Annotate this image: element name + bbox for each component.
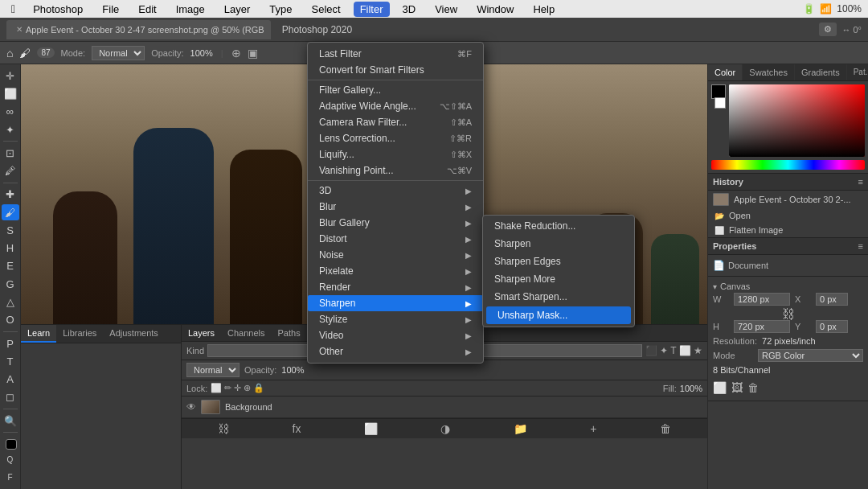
tool-eraser[interactable]: E	[2, 258, 19, 274]
tool-text[interactable]: T	[2, 353, 19, 369]
tool-move[interactable]: ✛	[2, 68, 19, 84]
tool-brush[interactable]: 🖌	[2, 204, 19, 220]
document-tab-close[interactable]: ✕	[16, 25, 23, 34]
menu-item-photoshop[interactable]: Photoshop	[27, 2, 89, 17]
menu-item-layer[interactable]: Layer	[218, 2, 257, 17]
tool-history-brush[interactable]: H	[2, 240, 19, 257]
menu-item-file[interactable]: File	[96, 2, 125, 17]
tab-color[interactable]: Color	[708, 64, 743, 80]
canvas-icon-2[interactable]: 🖼	[731, 381, 743, 394]
lock-transparent-icon[interactable]: ⬜	[211, 383, 222, 393]
layer-visibility-icon[interactable]: 👁	[186, 401, 196, 413]
resolution-label: Resolution:	[713, 336, 757, 346]
canvas-icon-3[interactable]: 🗑	[747, 381, 759, 394]
resolution-value: 72 pixels/inch	[762, 336, 816, 346]
tab-layers[interactable]: Layers	[182, 325, 221, 341]
layer-fx-icon[interactable]: fx	[293, 422, 301, 435]
canvas-icon-1[interactable]: ⬜	[713, 381, 727, 394]
document-row: 📄 Document	[713, 258, 863, 273]
blend-mode-select[interactable]: Normal	[92, 46, 145, 60]
tool-zoom[interactable]: 🔍	[2, 413, 19, 429]
options-sep: |	[221, 48, 223, 58]
battery-icon: 🔋	[803, 3, 815, 14]
color-pickers-row	[711, 84, 865, 157]
arrange-button[interactable]: ⚙	[819, 23, 837, 36]
lock-position-icon[interactable]: ✛	[234, 383, 241, 393]
properties-panel: Properties ≡ 📄 Document ▾ Canvas W X	[708, 238, 868, 489]
tool-dodge[interactable]: O	[2, 312, 19, 328]
menu-item-view[interactable]: View	[428, 2, 464, 17]
layers-search-input[interactable]	[207, 344, 642, 357]
menu-item-help[interactable]: Help	[526, 2, 561, 17]
canvas-label: Canvas	[720, 281, 750, 291]
tool-path-select[interactable]: A	[2, 372, 19, 388]
x-input[interactable]	[816, 293, 848, 306]
tool-crop[interactable]: ⊡	[2, 145, 19, 161]
tool-lasso[interactable]: ∞	[2, 104, 19, 120]
rotation-value: ↔ 0°	[841, 25, 862, 35]
clock: 100%	[837, 3, 862, 14]
layer-folder-icon[interactable]: 📁	[514, 422, 527, 435]
history-menu-icon[interactable]: ≡	[858, 177, 863, 187]
tool-marquee[interactable]: ⬜	[2, 85, 19, 101]
layer-delete-icon[interactable]: 🗑	[660, 422, 671, 435]
tool-edit-quick[interactable]: Q	[2, 451, 19, 467]
menu-item-select[interactable]: Select	[305, 2, 347, 17]
tab-gradients[interactable]: Gradients	[795, 64, 847, 80]
tab-paths-color[interactable]: Pat..	[847, 64, 868, 80]
tool-screen-mode[interactable]: F	[2, 470, 19, 486]
layers-filter-icons[interactable]: ⬛ ✦ T ⬜ ★	[645, 345, 702, 356]
tool-pen[interactable]: P	[2, 335, 19, 351]
mode-row: Mode RGB Color	[713, 349, 863, 362]
tool-shape[interactable]: ◻	[2, 389, 19, 405]
layer-mask-icon[interactable]: ⬜	[364, 422, 378, 435]
menu-item-filter[interactable]: Filter	[354, 2, 390, 17]
menu-item-edit[interactable]: Edit	[132, 2, 162, 17]
tab-libraries[interactable]: Libraries	[56, 325, 103, 343]
tab-channels[interactable]: Channels	[221, 325, 271, 341]
canvas-toggle-row[interactable]: ▾ Canvas	[713, 280, 863, 293]
lock-pixels-icon[interactable]: ✏	[224, 383, 231, 393]
tab-paths[interactable]: Paths	[272, 325, 307, 341]
width-input[interactable]	[734, 293, 790, 306]
properties-menu-icon[interactable]: ≡	[858, 241, 863, 251]
layer-blend-select[interactable]: Normal	[186, 363, 240, 377]
menu-item-window[interactable]: Window	[470, 2, 520, 17]
layer-adjust-icon[interactable]: ◑	[440, 422, 450, 435]
y-input[interactable]	[816, 320, 848, 333]
tool-eyedrop[interactable]: 🖉	[2, 162, 19, 179]
tab-adjustments[interactable]: Adjustments	[103, 325, 165, 343]
options-more-icon[interactable]: ⊕	[231, 47, 241, 60]
mode-select[interactable]: RGB Color	[758, 349, 863, 362]
apple-icon[interactable]: 	[6, 2, 20, 15]
tab-swatches[interactable]: Swatches	[743, 64, 795, 80]
menu-item-type[interactable]: Type	[263, 2, 298, 17]
menu-item-image[interactable]: Image	[170, 2, 211, 17]
background-color-swatch[interactable]	[714, 97, 726, 109]
tool-heal[interactable]: ✚	[2, 187, 19, 203]
layer-item-background[interactable]: 👁 Background	[182, 397, 707, 418]
tool-gradient[interactable]: G	[2, 276, 19, 292]
document-tab[interactable]: ✕ Apple Event - October 30 2-47 screensh…	[6, 20, 271, 39]
layer-add-icon[interactable]: +	[590, 422, 596, 435]
hue-slider[interactable]	[711, 160, 865, 170]
color-gradient-picker[interactable]	[729, 84, 865, 157]
layer-link-icon[interactable]: ⛓	[218, 422, 229, 435]
menu-item-3d[interactable]: 3D	[396, 2, 423, 17]
history-item-0[interactable]: Apple Event - October 30 2-...	[708, 191, 868, 208]
options-preset-icon[interactable]: ▣	[248, 47, 258, 60]
history-item-1[interactable]: 📂 Open	[708, 208, 868, 223]
lock-artboard-icon[interactable]: ⊕	[244, 383, 251, 393]
height-input[interactable]	[734, 320, 790, 333]
home-icon[interactable]: ⌂	[6, 47, 13, 60]
tool-blur[interactable]: △	[2, 294, 19, 310]
menu-bar-right: 🔋 📶 100%	[803, 3, 862, 14]
history-item-2[interactable]: ⬜ Flatten Image	[708, 223, 868, 237]
tool-fg-color[interactable]	[6, 439, 17, 450]
tab-learn[interactable]: Learn	[21, 325, 56, 343]
tool-stamp[interactable]: S	[2, 222, 19, 238]
canvas-section: ▾ Canvas W X ⛓ H Y	[708, 277, 868, 401]
tool-wand[interactable]: ✦	[2, 121, 19, 138]
width-label: W	[713, 294, 729, 304]
lock-all-icon[interactable]: 🔒	[253, 383, 264, 393]
